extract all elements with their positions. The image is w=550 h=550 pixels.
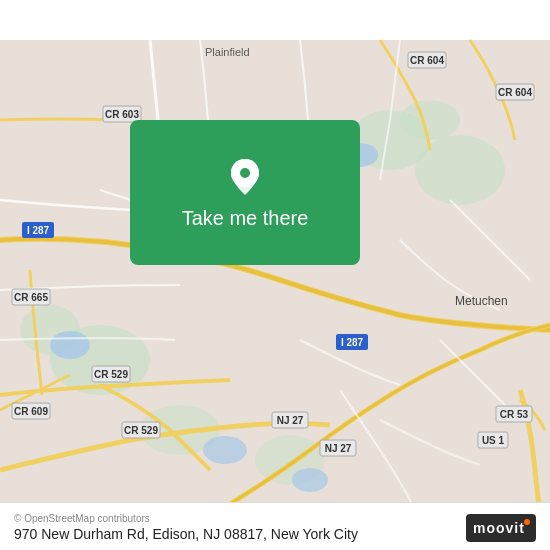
svg-text:US 1: US 1 <box>482 435 505 446</box>
svg-point-2 <box>400 100 460 140</box>
svg-text:Metuchen: Metuchen <box>455 294 508 308</box>
svg-point-45 <box>524 519 530 525</box>
moovit-logo-image: moovit <box>466 514 536 542</box>
svg-text:I 287: I 287 <box>27 225 50 236</box>
svg-point-11 <box>203 436 247 464</box>
svg-point-42 <box>240 168 250 178</box>
svg-text:I 287: I 287 <box>341 337 364 348</box>
address-text: 970 New Durham Rd, Edison, NJ 08817, New… <box>14 526 358 542</box>
svg-point-10 <box>50 331 90 359</box>
svg-text:CR 665: CR 665 <box>14 292 48 303</box>
take-me-there-button[interactable]: Take me there <box>130 120 360 265</box>
svg-text:Plainfield: Plainfield <box>205 46 250 58</box>
svg-text:NJ 27: NJ 27 <box>325 443 352 454</box>
svg-text:CR 604: CR 604 <box>410 55 444 66</box>
svg-text:CR 529: CR 529 <box>124 425 158 436</box>
moovit-logo: moovit <box>466 514 536 542</box>
map-background: Plainfield CR 604 CR 604 CR 603 I 287 I … <box>0 0 550 550</box>
svg-text:moovit: moovit <box>473 520 525 536</box>
svg-point-12 <box>292 468 328 492</box>
bottom-info: © OpenStreetMap contributors 970 New Dur… <box>14 513 358 542</box>
take-me-there-label: Take me there <box>182 207 309 230</box>
svg-text:CR 609: CR 609 <box>14 406 48 417</box>
svg-text:NJ 27: NJ 27 <box>277 415 304 426</box>
map-container: Plainfield CR 604 CR 604 CR 603 I 287 I … <box>0 0 550 550</box>
location-pin-icon <box>223 155 267 199</box>
copyright-text: © OpenStreetMap contributors <box>14 513 358 524</box>
svg-text:CR 53: CR 53 <box>500 409 529 420</box>
svg-text:CR 604: CR 604 <box>498 87 532 98</box>
svg-text:CR 603: CR 603 <box>105 109 139 120</box>
bottom-bar: © OpenStreetMap contributors 970 New Dur… <box>0 502 550 550</box>
svg-text:CR 529: CR 529 <box>94 369 128 380</box>
